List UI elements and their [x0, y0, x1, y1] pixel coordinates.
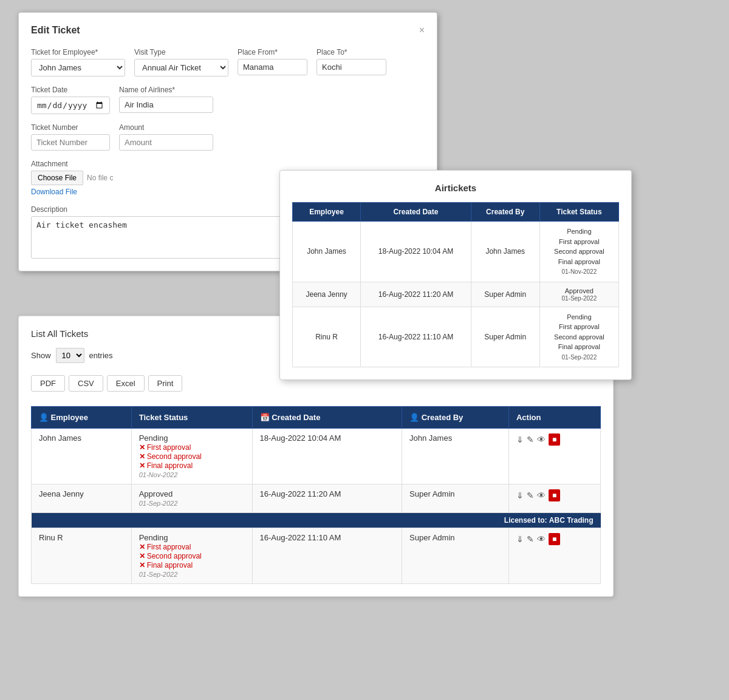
visittype-field-group: Visit Type Annual Air Ticket — [134, 48, 228, 76]
edit-icon-2[interactable]: ✎ — [527, 491, 534, 500]
popup-employee-1: John James — [293, 222, 361, 282]
modal-title: Edit Ticket — [31, 25, 80, 36]
cell-createdby-3: Super Admin — [402, 528, 509, 584]
licensed-bar: Licensed to: ABC Trading — [32, 513, 601, 528]
amount-input[interactable] — [119, 134, 213, 151]
airtickets-popup: Airtickets Employee Created Date Created… — [279, 170, 632, 380]
action-icons-3: ⇓ ✎ 👁 ■ — [516, 533, 593, 545]
cell-action-1: ⇓ ✎ 👁 ■ — [508, 429, 600, 484]
form-row-3: Ticket Number Amount — [31, 123, 425, 151]
cell-createdby-1: John James — [402, 429, 509, 484]
popup-row-2: Jeena Jenny 16-Aug-2022 11:20 AM Super A… — [293, 282, 619, 307]
popup-createdby-1: John James — [471, 222, 539, 282]
download-icon-1[interactable]: ⇓ — [516, 435, 524, 444]
list-title-prefix: List — [31, 328, 47, 339]
popup-row-3: Rinu R 16-Aug-2022 11:10 AM Super Admin … — [293, 307, 619, 367]
popup-status-2: Approved 01-Sep-2022 — [539, 282, 618, 307]
popup-createdby-3: Super Admin — [471, 307, 539, 367]
ticketnumber-label: Ticket Number — [31, 123, 110, 132]
popup-status-3: PendingFirst approvalSecond approvalFina… — [539, 307, 618, 367]
table-row: Jeena Jenny Approved 01-Sep-2022 16-Aug-… — [32, 484, 601, 513]
popup-date-1: 18-Aug-2022 10:04 AM — [361, 222, 471, 282]
cell-status-2: Approved 01-Sep-2022 — [131, 484, 252, 513]
cell-createdby-2: Super Admin — [402, 484, 509, 513]
licensed-row: Licensed to: ABC Trading — [32, 513, 601, 528]
list-title-suffix: Tickets — [57, 328, 88, 339]
cell-employee-1: John James — [32, 429, 132, 484]
licensed-company: ABC Trading — [549, 516, 594, 525]
pdf-button[interactable]: PDF — [31, 375, 65, 392]
date-input[interactable] — [31, 97, 110, 114]
airline-field-group: Name of Airlines* — [119, 86, 213, 114]
edit-icon-1[interactable]: ✎ — [527, 435, 534, 444]
placefrom-label: Place From* — [238, 48, 307, 56]
cell-status-1: Pending ✕First approval ✕Second approval… — [131, 429, 252, 484]
popup-employee-3: Rinu R — [293, 307, 361, 367]
popup-date-3: 16-Aug-2022 11:10 AM — [361, 307, 471, 367]
cell-action-2: ⇓ ✎ 👁 ■ — [508, 484, 600, 513]
airline-input[interactable] — [119, 97, 213, 113]
edit-icon-3[interactable]: ✎ — [527, 534, 534, 544]
no-file-text: No file c — [87, 174, 113, 182]
action-icons-1: ⇓ ✎ 👁 ■ — [516, 433, 593, 446]
airline-label: Name of Airlines* — [119, 86, 213, 94]
csv-button[interactable]: CSV — [69, 375, 103, 392]
view-icon-3[interactable]: 👁 — [537, 534, 546, 544]
cell-status-3: Pending ✕First approval ✕Second approval… — [131, 528, 252, 584]
entries-select[interactable]: 10 25 50 — [56, 348, 84, 363]
amount-label: Amount — [119, 123, 213, 132]
col-status: Ticket Status — [131, 407, 252, 429]
form-row-2: Ticket Date Name of Airlines* — [31, 86, 425, 114]
show-label: Show — [31, 351, 51, 360]
cell-date-2: 16-Aug-2022 11:20 AM — [252, 484, 402, 513]
popup-row-1: John James 18-Aug-2022 10:04 AM John Jam… — [293, 222, 619, 282]
visittype-select[interactable]: Annual Air Ticket — [134, 59, 228, 76]
employee-select[interactable]: John James — [31, 59, 125, 76]
cell-action-3: ⇓ ✎ 👁 ■ — [508, 528, 600, 584]
delete-button-1[interactable]: ■ — [549, 433, 560, 446]
popup-employee-2: Jeena Jenny — [293, 282, 361, 307]
modal-close-button[interactable]: × — [419, 25, 425, 36]
popup-col-created-by: Created By — [471, 203, 539, 222]
amount-field-group: Amount — [119, 123, 213, 151]
employee-field-group: Ticket for Employee* John James — [31, 48, 125, 76]
modal-header: Edit Ticket × — [31, 25, 425, 36]
col-employee: 👤 Employee — [32, 407, 132, 429]
ticketnumber-field-group: Ticket Number — [31, 123, 110, 151]
delete-button-3[interactable]: ■ — [549, 533, 560, 545]
employee-label: Ticket for Employee* — [31, 48, 125, 56]
ticketnumber-input[interactable] — [31, 134, 110, 151]
placefrom-input[interactable] — [238, 59, 307, 75]
print-button[interactable]: Print — [148, 375, 183, 392]
popup-status-1: PendingFirst approvalSecond approvalFina… — [539, 222, 618, 282]
download-icon-2[interactable]: ⇓ — [516, 491, 524, 500]
col-action: Action — [508, 407, 600, 429]
list-title-all: All — [47, 328, 58, 339]
export-buttons-group: PDF CSV Excel Print — [31, 375, 182, 392]
licensed-label: Licensed to: — [504, 516, 547, 525]
airtickets-table: Employee Created Date Created By Ticket … — [292, 202, 619, 367]
attachment-label: Attachment — [31, 160, 425, 168]
popup-createdby-2: Super Admin — [471, 282, 539, 307]
col-created-by: 👤 Created By — [402, 407, 509, 429]
action-icons-2: ⇓ ✎ 👁 ■ — [516, 489, 593, 501]
view-icon-1[interactable]: 👁 — [537, 435, 546, 444]
view-icon-2[interactable]: 👁 — [537, 491, 546, 500]
popup-date-2: 16-Aug-2022 11:20 AM — [361, 282, 471, 307]
delete-button-2[interactable]: ■ — [549, 489, 560, 501]
col-created-date: 📅 Created Date — [252, 407, 402, 429]
list-controls: Show 10 25 50 entries — [31, 348, 182, 363]
placeto-input[interactable] — [317, 59, 386, 75]
date-label: Ticket Date — [31, 86, 110, 94]
tickets-table: 👤 Employee Ticket Status 📅 Created Date … — [31, 406, 601, 584]
cell-employee-2: Jeena Jenny — [32, 484, 132, 513]
cell-date-1: 18-Aug-2022 10:04 AM — [252, 429, 402, 484]
download-icon-3[interactable]: ⇓ — [516, 534, 524, 544]
placefrom-field-group: Place From* — [238, 48, 307, 76]
choose-file-button[interactable]: Choose File — [31, 171, 83, 185]
placeto-field-group: Place To* — [317, 48, 386, 76]
popup-col-employee: Employee — [293, 203, 361, 222]
excel-button[interactable]: Excel — [107, 375, 145, 392]
cell-date-3: 16-Aug-2022 11:10 AM — [252, 528, 402, 584]
popup-col-ticket-status: Ticket Status — [539, 203, 618, 222]
